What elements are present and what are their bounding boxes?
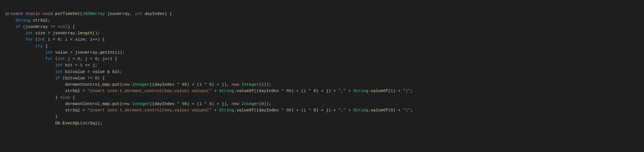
code-token: new xyxy=(231,82,239,87)
code-token: ( xyxy=(80,12,83,16)
code-token: void xyxy=(43,12,55,16)
code-token: (strSql); xyxy=(80,121,102,126)
code-token: ((dayIndex * xyxy=(254,108,286,113)
code-token: bitvalue = value & bit; xyxy=(63,70,122,74)
code-token: . xyxy=(368,108,371,113)
code-line: try { xyxy=(6,43,638,49)
code-token: ( xyxy=(259,102,261,106)
code-line: private static void putTimeSet(JSONArray… xyxy=(6,11,638,17)
code-token: size = jsonArray. xyxy=(33,31,78,36)
code-token: ((dayIndex * xyxy=(150,102,182,106)
code-line: } else { xyxy=(6,95,638,101)
code-token xyxy=(6,37,25,42)
code-token xyxy=(239,82,241,87)
code-token xyxy=(6,95,55,100)
code-token: ; xyxy=(410,108,413,113)
code-token: else xyxy=(60,95,70,100)
code-token xyxy=(6,18,15,23)
code-token: ) + j) + xyxy=(316,108,338,113)
code-token: "insert into t_dormant_control(key,value… xyxy=(87,89,212,93)
code-line: for (int j = 0; j < 8; j++) { xyxy=(6,56,638,62)
code-token: ; i < size; i++) { xyxy=(60,37,105,42)
code-token xyxy=(6,31,25,36)
code-token xyxy=(6,25,15,29)
code-token: if xyxy=(55,76,60,81)
code-token: dormantControl_map. xyxy=(6,102,112,106)
code-token: 1 xyxy=(261,82,264,87)
code-token: 0 xyxy=(78,57,80,61)
code-token: int xyxy=(58,57,65,61)
code-token: int xyxy=(55,63,63,68)
code-token: ) + j), xyxy=(212,82,231,87)
code-token: Integer xyxy=(132,82,150,87)
code-token: Integer xyxy=(241,82,259,87)
code-token: ( xyxy=(33,37,38,42)
code-token: Db. xyxy=(6,121,63,126)
code-token: strSql = xyxy=(6,108,87,113)
code-token: 8 xyxy=(313,89,316,93)
code-token: ) { xyxy=(68,25,75,29)
code-line: if (jsonArray != null) { xyxy=(6,24,638,30)
code-line: for (int i = 0; i < size; i++) { xyxy=(6,36,638,43)
code-token: ")" xyxy=(403,89,410,93)
code-token: 8 xyxy=(209,82,212,87)
code-token: ) + xyxy=(393,108,403,113)
code-token: try xyxy=(35,44,43,49)
code-token: ) + (i * xyxy=(187,82,209,87)
code-token: for xyxy=(45,57,53,61)
code-token: strSql = xyxy=(6,89,87,93)
code-token: new xyxy=(231,102,239,106)
code-token xyxy=(239,102,241,106)
code-token: } xyxy=(6,114,58,119)
code-token: put xyxy=(112,102,120,106)
code-token: ( xyxy=(120,82,122,87)
code-token: ( xyxy=(120,102,122,106)
code-token xyxy=(6,44,35,49)
code-token: (bitvalue != xyxy=(60,76,95,81)
code-token xyxy=(130,102,132,106)
code-token: ((dayIndex * xyxy=(150,82,182,87)
code-token: 96 xyxy=(286,89,291,93)
code-token: valueOf xyxy=(371,108,388,113)
code-token: for xyxy=(25,37,33,42)
code-token: "insert into t_dormant_control(key,value… xyxy=(87,108,212,113)
code-token xyxy=(6,76,55,81)
code-token: Integer xyxy=(241,102,259,106)
code-line: String strSql; xyxy=(6,17,638,24)
code-token: String xyxy=(219,89,234,93)
code-token: + xyxy=(346,89,353,93)
code-line: strSql = "insert into t_dormant_control(… xyxy=(6,88,638,94)
code-line: if (bitvalue != 0) { xyxy=(6,75,638,82)
code-token: 0 xyxy=(58,37,60,42)
code-token xyxy=(6,70,55,74)
code-token: ) + (i * xyxy=(291,108,313,113)
code-token: . xyxy=(234,89,236,93)
code-token: i = xyxy=(45,37,58,42)
code-token: valueOf xyxy=(371,89,388,93)
code-token: ; j < xyxy=(80,57,95,61)
code-token: dayIndex) xyxy=(142,12,169,16)
code-token: ) + j) + xyxy=(316,89,338,93)
code-token: int xyxy=(45,50,53,55)
code-token: int xyxy=(38,37,45,42)
code-token: { xyxy=(70,95,75,100)
code-token: (jsonArray != xyxy=(20,25,58,29)
code-token: . xyxy=(234,108,236,113)
code-token: ) + xyxy=(393,89,403,93)
code-line: int bitvalue = value & bit; xyxy=(6,69,638,75)
code-token: "," xyxy=(338,108,346,113)
code-token: + xyxy=(212,89,219,93)
code-token: { xyxy=(169,12,172,16)
code-token: 96 xyxy=(182,102,187,106)
code-token: 0 xyxy=(95,76,97,81)
code-token: int xyxy=(135,12,142,16)
code-token: } xyxy=(55,95,60,100)
code-token: new xyxy=(122,82,130,87)
code-token: putTimeSet xyxy=(55,12,80,16)
code-token: 96 xyxy=(182,82,187,87)
code-token: bit = xyxy=(63,63,80,68)
code-token: j = xyxy=(65,57,78,61)
code-token: (i); xyxy=(115,50,125,55)
code-token: ) + (i * xyxy=(291,89,313,93)
code-token: 8 xyxy=(313,108,316,113)
